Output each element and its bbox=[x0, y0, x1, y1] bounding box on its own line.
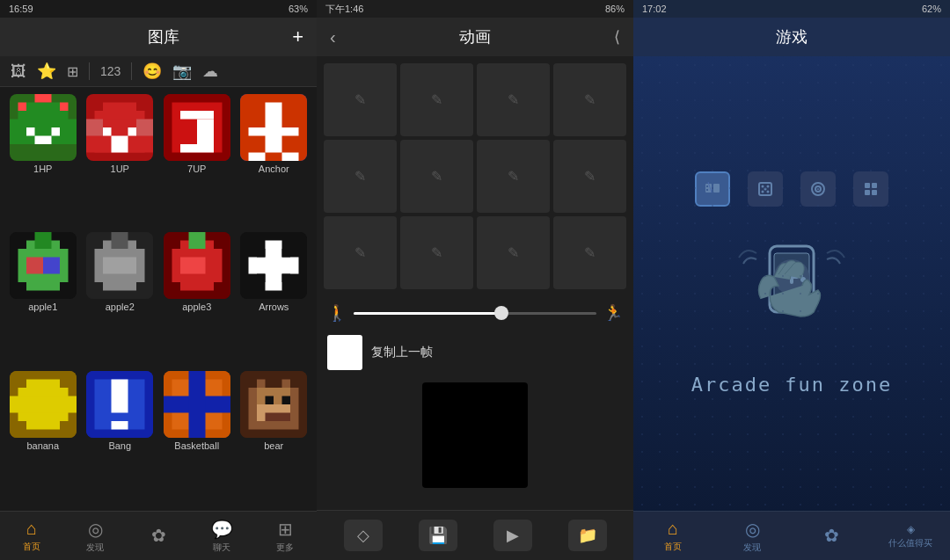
tab-star-icon[interactable]: ⭐ bbox=[37, 62, 56, 81]
tab-123[interactable]: 123 bbox=[100, 64, 121, 78]
discover-icon: ◎ bbox=[88, 519, 103, 540]
thumb-apple1 bbox=[10, 232, 77, 299]
list-item[interactable]: 1UP bbox=[84, 94, 157, 227]
edit-icon: ✎ bbox=[354, 168, 366, 185]
svg-rect-7 bbox=[60, 103, 69, 112]
svg-rect-16 bbox=[136, 120, 153, 136]
list-item[interactable]: apple1 bbox=[7, 232, 79, 365]
card-game-icon[interactable] bbox=[695, 171, 730, 207]
frame-cell-5[interactable]: ✎ bbox=[324, 140, 397, 213]
svg-rect-89 bbox=[865, 190, 870, 195]
list-item[interactable]: 1HP bbox=[7, 94, 79, 227]
tab-emoji-icon[interactable]: 😊 bbox=[142, 62, 162, 81]
g-nav-settings[interactable]: ✿ bbox=[792, 512, 871, 560]
svg-rect-37 bbox=[112, 232, 128, 249]
edit-icon: ✎ bbox=[354, 91, 366, 108]
more-icon: ⊞ bbox=[278, 519, 293, 540]
g-nav-home[interactable]: ⌂ 首页 bbox=[633, 512, 712, 560]
list-item[interactable]: apple2 bbox=[84, 232, 157, 365]
frame-cell-1[interactable]: ✎ bbox=[324, 63, 397, 136]
tab-image-icon[interactable]: 🖼 bbox=[11, 62, 26, 81]
frame-cell-7[interactable]: ✎ bbox=[477, 140, 550, 213]
svg-rect-19 bbox=[180, 111, 214, 120]
hand-svg bbox=[730, 229, 853, 352]
g-discover-icon: ◎ bbox=[745, 519, 760, 540]
svg-rect-92 bbox=[774, 253, 809, 302]
svg-rect-13 bbox=[128, 127, 137, 136]
svg-rect-47 bbox=[257, 249, 266, 258]
svg-rect-46 bbox=[249, 258, 299, 274]
speed-slider[interactable] bbox=[354, 312, 596, 315]
thumb-bear bbox=[240, 371, 307, 438]
frame-cell-9[interactable]: ✎ bbox=[324, 216, 397, 289]
dice-game-icon[interactable] bbox=[748, 171, 783, 207]
play-button[interactable]: ▶ bbox=[493, 520, 532, 551]
nav-settings[interactable]: ✿ bbox=[127, 512, 190, 560]
copy-frame-label: 复制上一帧 bbox=[371, 345, 433, 360]
tab-cloud-icon[interactable]: ☁ bbox=[202, 62, 218, 81]
list-item[interactable]: bear bbox=[238, 371, 311, 504]
add-button[interactable]: + bbox=[292, 25, 303, 48]
list-item[interactable]: apple3 bbox=[161, 232, 233, 365]
slider-thumb[interactable] bbox=[494, 306, 508, 320]
gallery-title: 图库 bbox=[148, 26, 179, 47]
gallery-label-apple1: apple1 bbox=[28, 302, 57, 312]
tab-camera-icon[interactable]: 📷 bbox=[172, 62, 192, 81]
tab-divider bbox=[89, 62, 90, 80]
frame-cell-11[interactable]: ✎ bbox=[477, 216, 550, 289]
list-item[interactable]: Basketball bbox=[161, 371, 233, 504]
thumb-bang bbox=[86, 371, 153, 438]
frame-cell-2[interactable]: ✎ bbox=[400, 63, 473, 136]
nav-home-label: 首页 bbox=[23, 541, 40, 553]
frame-cell-4[interactable]: ✎ bbox=[553, 63, 626, 136]
svg-point-96 bbox=[798, 273, 803, 278]
svg-rect-33 bbox=[43, 258, 60, 274]
list-item[interactable]: Anchor bbox=[238, 94, 311, 227]
list-item[interactable]: 7UP bbox=[161, 94, 233, 227]
svg-rect-88 bbox=[872, 183, 877, 188]
svg-rect-95 bbox=[790, 270, 793, 284]
games-bottom-nav: ⌂ 首页 ◎ 发现 ✿ ◈ 什么值得买 bbox=[633, 511, 950, 560]
svg-rect-26 bbox=[249, 153, 266, 162]
thumb-arrows bbox=[240, 232, 307, 299]
pixel-canvas[interactable] bbox=[422, 382, 528, 488]
hand-phone-icon bbox=[726, 224, 858, 356]
frame-cell-10[interactable]: ✎ bbox=[400, 216, 473, 289]
gallery-bottom-nav: ⌂ 首页 ◎ 发现 ✿ 💬 聊天 ⊞ 更多 bbox=[0, 511, 317, 560]
save-button[interactable]: 💾 bbox=[419, 520, 457, 551]
share-button[interactable]: ⟨ bbox=[614, 27, 620, 47]
svg-rect-25 bbox=[249, 127, 299, 136]
list-item[interactable]: banana bbox=[7, 371, 79, 504]
erase-button[interactable]: ◇ bbox=[344, 520, 383, 551]
g-nav-discover[interactable]: ◎ 发现 bbox=[712, 512, 792, 560]
svg-rect-48 bbox=[282, 249, 291, 258]
svg-rect-94 bbox=[785, 275, 799, 279]
folder-button[interactable]: 📁 bbox=[568, 520, 607, 551]
frame-cell-3[interactable]: ✎ bbox=[477, 63, 550, 136]
frame-cell-6[interactable]: ✎ bbox=[400, 140, 473, 213]
nav-chat[interactable]: 💬 聊天 bbox=[190, 512, 253, 560]
nav-discover-label: 发现 bbox=[86, 542, 104, 554]
edit-icon: ✎ bbox=[508, 168, 519, 185]
dice-icon bbox=[756, 180, 774, 198]
list-item[interactable]: Bang bbox=[84, 371, 157, 504]
anim-toolbar: ◇ 💾 ▶ 📁 bbox=[317, 510, 633, 560]
grid-game-icon[interactable] bbox=[853, 171, 888, 207]
grid-icon bbox=[862, 180, 880, 198]
back-button[interactable]: ‹ bbox=[330, 27, 336, 47]
nav-chat-label: 聊天 bbox=[213, 542, 230, 554]
nav-more[interactable]: ⊞ 更多 bbox=[253, 512, 317, 560]
tab-grid-icon[interactable]: ⊞ bbox=[67, 63, 78, 80]
nav-discover[interactable]: ◎ 发现 bbox=[63, 512, 127, 560]
frame-cell-8[interactable]: ✎ bbox=[553, 140, 626, 213]
target-game-icon[interactable] bbox=[800, 171, 836, 207]
svg-rect-78 bbox=[759, 183, 771, 195]
frame-grid: ✎ ✎ ✎ ✎ ✎ ✎ ✎ ✎ ✎ ✎ ✎ ✎ bbox=[317, 56, 633, 296]
copy-frame-area: 复制上一帧 bbox=[317, 330, 633, 375]
g-nav-brand[interactable]: ◈ 什么值得买 bbox=[871, 512, 950, 560]
list-item[interactable]: Arrows bbox=[238, 232, 311, 365]
frame-cell-12[interactable]: ✎ bbox=[553, 216, 626, 289]
gallery-header: 图库 + bbox=[0, 18, 317, 56]
nav-home[interactable]: ⌂ 首页 bbox=[0, 512, 63, 560]
canvas-area bbox=[317, 375, 633, 495]
